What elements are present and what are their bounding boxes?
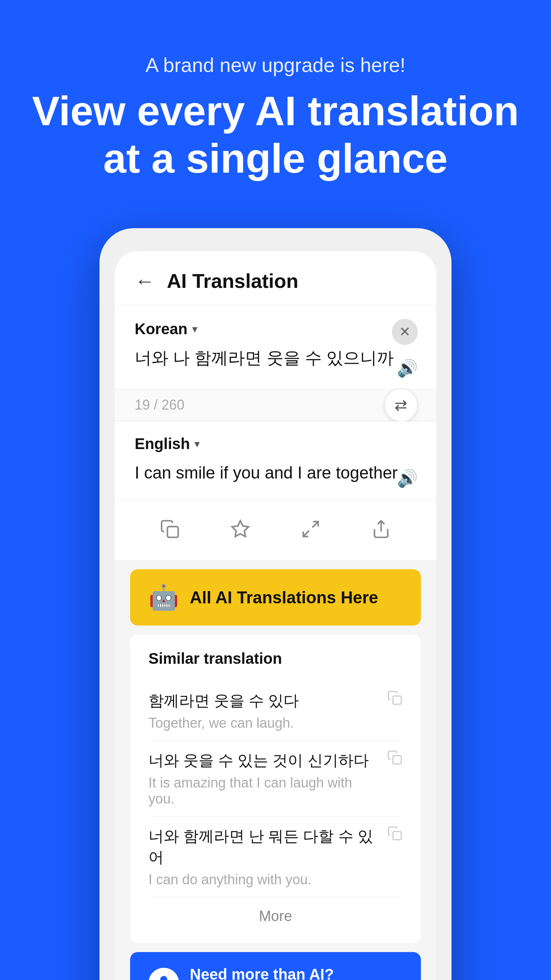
similar-english-2: I can do anything with you. [148, 872, 380, 888]
subtitle-text: A brand new upgrade is here! [32, 54, 519, 77]
list-item: 너와 함께라면 난 뭐든 다할 수 있어 I can do anything w… [148, 817, 403, 897]
similar-korean-2: 너와 함께라면 난 뭐든 다할 수 있어 [148, 826, 380, 868]
human-avatar [148, 968, 179, 980]
target-lang-name: English [135, 435, 190, 452]
target-text: I can smile if you and I are together [135, 460, 416, 485]
target-lang-chevron: ▾ [194, 438, 200, 450]
top-header: A brand new upgrade is here! View every … [32, 54, 519, 182]
source-lang-name: Korean [135, 320, 187, 338]
expand-button[interactable] [293, 512, 328, 546]
copy-item-0-button[interactable] [387, 690, 403, 709]
copy-button[interactable] [153, 512, 187, 546]
phone-mockup: ← AI Translation Korean ▾ ✕ 너와 나 함께라면 웃을… [99, 228, 452, 980]
ai-banner-label: All AI Translations Here [190, 588, 378, 607]
similar-item-text: 너와 함께라면 난 뭐든 다할 수 있어 I can do anything w… [148, 826, 380, 888]
robot-icon: 🤖 [148, 583, 179, 612]
similar-korean-1: 너와 웃을 수 있는 것이 신기하다 [148, 750, 380, 771]
clear-input-button[interactable]: ✕ [392, 319, 418, 345]
char-count-text: 19 / 260 [135, 397, 184, 413]
svg-rect-0 [168, 527, 178, 537]
similar-english-0: Together, we can laugh. [148, 715, 299, 731]
svg-rect-5 [393, 696, 401, 704]
svg-line-2 [312, 522, 318, 528]
similar-korean-0: 함께라면 웃을 수 있다 [148, 690, 299, 711]
swap-languages-button[interactable]: ⇄ [384, 388, 418, 422]
back-button[interactable]: ← [135, 270, 155, 292]
share-button[interactable] [364, 512, 398, 546]
similar-translations-section: Similar translation 함께라면 웃을 수 있다 Togethe… [130, 635, 421, 943]
list-item: 너와 웃을 수 있는 것이 신기하다 It is amazing that I … [148, 741, 403, 817]
action-bar [115, 499, 436, 560]
translation-area: Korean ▾ ✕ 너와 나 함께라면 웃을 수 있으니까 🔊 19 / 26… [115, 305, 436, 560]
target-lang-selector[interactable]: English ▾ [135, 435, 416, 452]
source-text: 너와 나 함께라면 웃을 수 있으니까 [135, 345, 416, 371]
similar-english-1: It is amazing that I can laugh with you. [148, 775, 380, 807]
ai-translations-banner[interactable]: 🤖 All AI Translations Here [130, 569, 421, 626]
human-translator-banner[interactable]: Need more than AI? Ask 3 million human t… [130, 952, 421, 980]
source-lang-chevron: ▾ [192, 323, 197, 335]
svg-rect-6 [393, 756, 401, 764]
app-header: ← AI Translation [115, 251, 436, 305]
target-speaker-button[interactable]: 🔊 [397, 469, 418, 488]
human-banner-title: Need more than AI? [190, 966, 374, 980]
source-panel: Korean ▾ ✕ 너와 나 함께라면 웃을 수 있으니까 🔊 [115, 305, 436, 389]
target-panel: English ▾ I can smile if you and I are t… [115, 421, 436, 499]
copy-item-1-button[interactable] [387, 750, 403, 769]
svg-line-3 [303, 531, 309, 537]
char-count-bar: 19 / 260 ⇄ [115, 389, 436, 421]
similar-item-text: 함께라면 웃을 수 있다 Together, we can laugh. [148, 690, 299, 731]
list-item: 함께라면 웃을 수 있다 Together, we can laugh. [148, 681, 403, 741]
similar-item-text: 너와 웃을 수 있는 것이 신기하다 It is amazing that I … [148, 750, 380, 807]
svg-marker-1 [232, 521, 248, 537]
similar-title: Similar translation [148, 650, 403, 667]
source-lang-selector[interactable]: Korean ▾ [135, 320, 416, 338]
phone-screen: ← AI Translation Korean ▾ ✕ 너와 나 함께라면 웃을… [115, 251, 436, 980]
svg-point-8 [160, 976, 168, 980]
more-button[interactable]: More [148, 897, 403, 928]
main-title: View every AI translation at a single gl… [32, 87, 519, 182]
human-text-block: Need more than AI? Ask 3 million human t… [190, 966, 374, 980]
copy-item-2-button[interactable] [387, 826, 403, 844]
source-speaker-button[interactable]: 🔊 [397, 358, 418, 378]
svg-rect-7 [393, 831, 401, 840]
page-title: AI Translation [167, 270, 298, 292]
favorite-button[interactable] [223, 512, 258, 546]
